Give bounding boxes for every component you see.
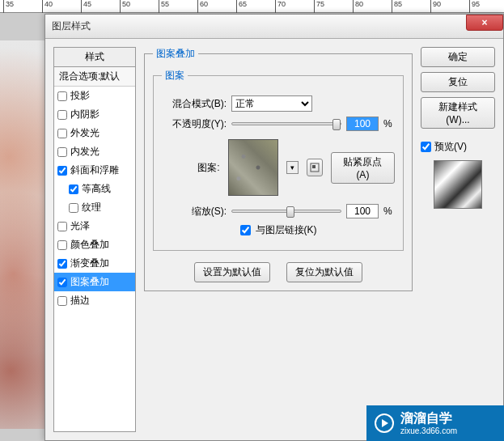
style-item-label: 图案叠加 — [70, 275, 109, 289]
dialog-titlebar[interactable]: 图层样式 × — [45, 15, 503, 39]
opacity-input[interactable]: 100 — [346, 117, 379, 131]
opacity-slider[interactable] — [231, 122, 341, 125]
style-item-label: 投影 — [70, 89, 90, 103]
new-pattern-icon[interactable] — [307, 159, 323, 176]
style-item-光泽[interactable]: 光泽 — [54, 217, 135, 235]
blend-mode-row: 混合模式(B): 正常 — [162, 95, 395, 112]
layer-style-dialog: 图层样式 × 样式 混合选项:默认 投影内阴影外发光内发光斜面和浮雕等高线纹理光… — [44, 14, 504, 441]
style-item-checkbox[interactable] — [57, 110, 67, 120]
dialog-title: 图层样式 — [52, 19, 91, 33]
ruler-tick: 40 — [42, 0, 53, 13]
preview-thumbnail — [434, 160, 482, 209]
ruler-tick: 70 — [275, 0, 286, 13]
style-item-checkbox[interactable] — [57, 91, 67, 101]
style-item-描边[interactable]: 描边 — [54, 291, 135, 310]
ok-button[interactable]: 确定 — [421, 47, 495, 67]
scale-input[interactable]: 100 — [346, 204, 379, 218]
close-button[interactable]: × — [466, 15, 503, 31]
style-item-checkbox[interactable] — [69, 203, 78, 213]
style-item-label: 外发光 — [70, 126, 100, 140]
pattern-label: 图案: — [162, 161, 220, 175]
style-item-label: 纹理 — [82, 201, 101, 214]
horizontal-ruler: 35404550556065707580859095 — [0, 0, 504, 13]
ruler-tick: 80 — [353, 0, 363, 13]
style-item-label: 内阴影 — [70, 108, 100, 121]
link-row: 与图层链接(K) — [162, 223, 395, 237]
reset-button[interactable]: 复位 — [421, 72, 495, 92]
ruler-tick: 45 — [81, 0, 91, 13]
settings-panel: 图案叠加 图案 混合模式(B): 正常 不透明度(Y): 100 % — [144, 47, 413, 432]
link-layer-checkbox[interactable] — [240, 225, 251, 235]
style-item-渐变叠加[interactable]: 渐变叠加 — [54, 254, 135, 273]
preview-section: 预览(V) — [421, 140, 495, 215]
pattern-dropdown-icon[interactable]: ▾ — [286, 161, 299, 174]
blend-options-default[interactable]: 混合选项:默认 — [54, 67, 135, 87]
blend-mode-label: 混合模式(B): — [162, 97, 227, 111]
ruler-tick: 35 — [3, 0, 14, 13]
preview-label: 预览(V) — [434, 140, 467, 154]
play-icon — [375, 413, 394, 433]
style-item-checkbox[interactable] — [57, 129, 67, 138]
style-item-斜面和浮雕[interactable]: 斜面和浮雕 — [54, 161, 135, 180]
style-item-label: 颜色叠加 — [70, 238, 109, 252]
default-buttons-row: 设置为默认值 复位为默认值 — [153, 262, 404, 282]
style-item-checkbox[interactable] — [57, 278, 67, 287]
opacity-percent: % — [383, 118, 395, 129]
opacity-row: 不透明度(Y): 100 % — [162, 117, 395, 131]
link-layer-label: 与图层链接(K) — [256, 223, 317, 237]
style-item-checkbox[interactable] — [57, 222, 67, 231]
group-legend: 图案叠加 — [153, 47, 198, 61]
style-item-投影[interactable]: 投影 — [54, 87, 135, 105]
style-item-checkbox[interactable] — [57, 240, 67, 250]
pattern-legend: 图案 — [162, 69, 188, 83]
pattern-row: 图案: ▾ 贴紧原点(A) — [162, 139, 395, 196]
style-item-checkbox[interactable] — [57, 166, 67, 176]
opacity-label: 不透明度(Y): — [162, 117, 227, 131]
style-item-外发光[interactable]: 外发光 — [54, 124, 135, 142]
canvas-artwork — [0, 40, 44, 429]
style-item-label: 斜面和浮雕 — [70, 163, 119, 177]
new-style-button[interactable]: 新建样式(W)... — [421, 97, 495, 129]
style-item-颜色叠加[interactable]: 颜色叠加 — [54, 235, 135, 254]
set-default-button[interactable]: 设置为默认值 — [194, 262, 270, 282]
style-item-内阴影[interactable]: 内阴影 — [54, 105, 135, 124]
style-item-checkbox[interactable] — [57, 147, 67, 157]
pattern-thumbnail[interactable] — [228, 139, 279, 196]
ruler-tick: 50 — [120, 0, 130, 13]
ruler-tick: 65 — [236, 0, 247, 13]
style-item-图案叠加[interactable]: 图案叠加 — [54, 273, 135, 291]
ruler-tick: 75 — [314, 0, 324, 13]
style-item-checkbox[interactable] — [69, 184, 78, 194]
pattern-overlay-group: 图案叠加 图案 混合模式(B): 正常 不透明度(Y): 100 % — [144, 47, 413, 291]
ruler-tick: 85 — [392, 0, 402, 13]
style-item-checkbox[interactable] — [57, 296, 67, 306]
scale-slider[interactable] — [231, 210, 341, 213]
ruler-tick: 60 — [197, 0, 208, 13]
scale-label: 缩放(S): — [162, 205, 227, 218]
style-item-label: 等高线 — [82, 182, 111, 196]
style-item-纹理[interactable]: 纹理 — [54, 198, 135, 217]
blend-mode-select[interactable]: 正常 — [231, 95, 312, 112]
scale-percent: % — [383, 206, 395, 217]
snap-origin-button[interactable]: 贴紧原点(A) — [331, 152, 395, 184]
style-item-label: 光泽 — [70, 219, 90, 233]
style-list-header[interactable]: 样式 — [54, 48, 135, 67]
style-item-checkbox[interactable] — [57, 259, 67, 269]
svg-rect-1 — [312, 165, 316, 168]
preview-checkbox[interactable] — [421, 142, 431, 152]
style-item-label: 渐变叠加 — [70, 257, 109, 270]
ruler-tick: 55 — [159, 0, 169, 13]
ruler-tick: 95 — [469, 0, 480, 13]
style-list-panel: 样式 混合选项:默认 投影内阴影外发光内发光斜面和浮雕等高线纹理光泽颜色叠加渐变… — [53, 47, 136, 432]
pattern-subgroup: 图案 混合模式(B): 正常 不透明度(Y): 100 % — [153, 69, 404, 251]
watermark: 溜溜自学 zixue.3d66.com — [366, 405, 504, 441]
style-item-label: 内发光 — [70, 145, 100, 159]
scale-row: 缩放(S): 100 % — [162, 204, 395, 218]
right-button-column: 确定 复位 新建样式(W)... 预览(V) — [421, 47, 495, 432]
style-item-内发光[interactable]: 内发光 — [54, 142, 135, 161]
style-item-等高线[interactable]: 等高线 — [54, 180, 135, 198]
ruler-tick: 90 — [430, 0, 441, 13]
watermark-url: zixue.3d66.com — [400, 426, 457, 436]
reset-default-button[interactable]: 复位为默认值 — [286, 262, 362, 282]
watermark-title: 溜溜自学 — [400, 410, 457, 426]
